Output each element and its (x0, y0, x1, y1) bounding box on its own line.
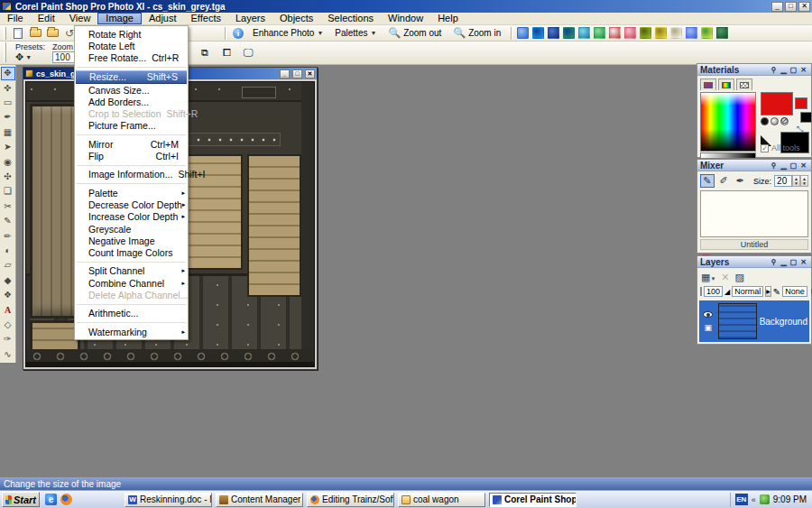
image-menu-item-rotate-left[interactable]: Rotate Left (75, 40, 188, 51)
image-menu-item-greyscale[interactable]: Greyscale (75, 223, 188, 235)
mixer-brush-icon[interactable]: ✎ (700, 174, 715, 188)
tray-status-icon[interactable] (760, 494, 770, 504)
image-menu-item-split-channel[interactable]: Split Channel▸ (75, 265, 188, 277)
link-set-value[interactable]: None (782, 286, 807, 297)
actual-size-icon[interactable]: ⧉ (198, 46, 212, 59)
effect-icon[interactable] (716, 27, 728, 39)
image-menu-item-watermarking[interactable]: Watermarking▸ (75, 326, 188, 337)
panel-close-icon[interactable]: ✕ (798, 66, 808, 74)
panel-minimize-icon[interactable]: ▁ (779, 66, 789, 74)
pin-icon[interactable]: ⚲ (769, 258, 779, 266)
firefox-quicklaunch-icon[interactable] (60, 494, 72, 505)
color-changer-tool-icon[interactable]: ❖ (1, 289, 15, 302)
effect-icon[interactable] (609, 27, 621, 39)
size-value[interactable]: 20 (774, 175, 792, 187)
layer-thumbnail[interactable] (718, 303, 757, 339)
new-file-icon[interactable] (11, 27, 25, 40)
image-menu-item-image-information[interactable]: Image Information...Shift+I (75, 169, 188, 180)
effect-icon[interactable] (655, 27, 667, 39)
panel-minimize-icon[interactable]: ▁ (779, 258, 789, 266)
browse-icon[interactable] (45, 27, 60, 40)
scratch-remover-tool-icon[interactable]: ✂ (1, 200, 15, 214)
menu-item-objects[interactable]: Objects (272, 13, 320, 24)
panel-maximize-icon[interactable]: ▢ (789, 66, 798, 74)
effect-icon[interactable] (624, 27, 636, 39)
clone-brush-tool-icon[interactable]: ❏ (1, 185, 15, 199)
blend-mode-arrow-icon[interactable]: ▶ (765, 286, 771, 297)
menu-item-effects[interactable]: Effects (184, 13, 228, 24)
image-menu-item-picture-frame[interactable]: Picture Frame... (75, 120, 188, 132)
size-spinner[interactable]: 20 ▲▼ ▲▼ (774, 175, 808, 187)
menu-item-image[interactable]: Image (97, 13, 142, 24)
mixer-title-bar[interactable]: Mixer ⚲ ▁ ▢ ✕ (697, 160, 811, 171)
effect-icon[interactable] (594, 27, 605, 39)
tab-swatches[interactable] (736, 79, 752, 90)
image-menu-item-flip[interactable]: FlipCtrl+I (75, 150, 188, 162)
image-menu-item-canvas-size[interactable]: Canvas Size... (75, 84, 188, 96)
image-menu-item-combine-channel[interactable]: Combine Channel▸ (75, 277, 188, 289)
taskbar-task-content-manager-plus[interactable]: Content Manager Plus (216, 493, 303, 507)
image-menu-item-rotate-right[interactable]: Rotate Right (75, 28, 188, 40)
doc-close-button[interactable]: ✕ (305, 69, 315, 79)
mixer-dropper-icon[interactable]: ✒ (734, 174, 747, 188)
selection-tool-icon[interactable]: ▭ (1, 97, 15, 110)
pan-tool-icon[interactable]: ✥ (1, 67, 15, 80)
taskbar-task-editing-trainz-software[interactable]: Editing Trainz/Software ... (307, 493, 394, 507)
full-screen-preview-icon[interactable]: 🖵 (241, 46, 255, 59)
menu-item-adjust[interactable]: Adjust (142, 13, 184, 24)
panel-maximize-icon[interactable]: ▢ (789, 162, 798, 170)
tab-frame[interactable] (700, 79, 716, 90)
zoom-in-button[interactable]: 🔍 Zoom in (448, 27, 505, 39)
pen-tool-icon[interactable]: ✑ (1, 333, 15, 346)
image-menu-item-increase-color-depth[interactable]: Increase Color Depth▸ (75, 211, 188, 223)
dropper-tool-icon[interactable]: ✒ (1, 111, 15, 125)
menu-item-help[interactable]: Help (430, 13, 466, 24)
open-file-icon[interactable] (28, 27, 42, 40)
effect-icon[interactable] (563, 27, 575, 39)
panel-close-icon[interactable]: ✕ (798, 162, 808, 170)
zoom-out-button[interactable]: 🔍 Zoom out (383, 27, 446, 39)
airbrush-tool-icon[interactable]: ✏ (1, 229, 15, 243)
info-icon[interactable]: i (231, 27, 245, 40)
gradient-style-icon[interactable] (770, 117, 779, 125)
new-layer-icon[interactable]: ▦▼ (701, 272, 715, 283)
effect-icon[interactable] (640, 27, 651, 39)
eraser-tool-icon[interactable]: ▱ (1, 259, 15, 272)
start-button[interactable]: Start (2, 492, 40, 507)
panel-close-icon[interactable]: ✕ (798, 258, 808, 266)
doc-maximize-button[interactable]: □ (292, 69, 302, 79)
image-menu-item-mirror[interactable]: MirrorCtrl+M (75, 138, 188, 150)
background-color-chip[interactable] (800, 112, 812, 123)
panel-maximize-icon[interactable]: ▢ (789, 258, 798, 266)
pin-icon[interactable]: ⚲ (769, 66, 779, 74)
foreground-swatch[interactable] (761, 92, 793, 115)
effect-icon[interactable] (686, 27, 697, 39)
toolbar-grip[interactable] (4, 42, 6, 62)
image-menu-item-add-borders[interactable]: Add Borders... (75, 96, 188, 107)
taskbar-task-coal-wagon[interactable]: coal wagon (398, 493, 485, 507)
crop-tool-icon[interactable]: ▦ (1, 126, 15, 140)
tab-rainbow[interactable] (718, 79, 734, 90)
menu-item-file[interactable]: File (0, 13, 31, 24)
color-picker[interactable] (700, 92, 756, 152)
toolbar-grip[interactable] (4, 27, 6, 40)
foreground-color-chip[interactable] (795, 97, 807, 109)
close-button[interactable]: ✕ (798, 2, 810, 12)
camera-icon[interactable]: ▣ (705, 323, 713, 332)
edit-selection-icon[interactable]: ▨ (735, 272, 744, 283)
text-tool-icon[interactable]: A (1, 303, 15, 317)
effect-icon[interactable] (548, 27, 559, 39)
language-indicator[interactable]: EN (735, 494, 748, 505)
slider-arrows-icon[interactable]: ▲▼ (800, 175, 808, 187)
effect-icon[interactable] (670, 27, 682, 39)
maximize-button[interactable]: □ (785, 2, 797, 12)
delete-layer-icon[interactable]: ✕ (721, 272, 729, 283)
presets-dropdown[interactable]: ✥ ▼ (15, 51, 45, 63)
doc-minimize-button[interactable]: _ (280, 69, 290, 79)
effect-icon[interactable] (701, 27, 713, 39)
layer-row-background[interactable]: ▣ Background (699, 300, 809, 342)
grayscale-strip[interactable] (700, 152, 756, 159)
taskbar-task-reskinning-doc-microso[interactable]: WReskinning.doc - Microso... (125, 493, 212, 507)
minimize-button[interactable]: _ (771, 2, 783, 12)
opacity-value[interactable]: 100 (704, 286, 723, 297)
